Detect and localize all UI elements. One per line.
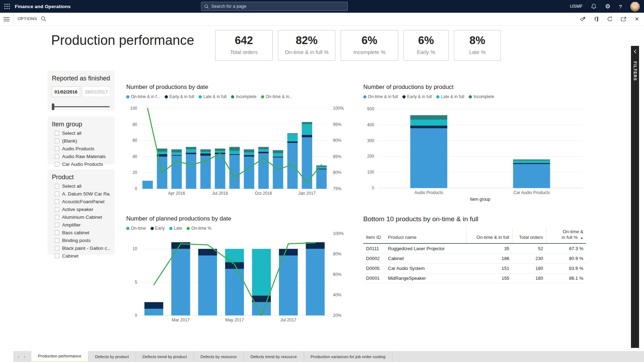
checkbox-option[interactable]: Binding posts — [52, 238, 110, 243]
slider-track[interactable] — [53, 106, 110, 107]
checkbox-option[interactable]: Audio Products — [52, 146, 110, 151]
checkbox-option[interactable]: Select all — [52, 131, 110, 136]
checkbox[interactable] — [55, 238, 59, 243]
checkbox-option[interactable]: A. Datum 50W Car Ra... — [52, 191, 110, 197]
toolbar-search-icon[interactable] — [41, 16, 46, 23]
bottom10-table[interactable]: Item IDProduct nameOn-time & in fullTota… — [363, 228, 586, 283]
chart-planned-productions: Number of planned productions by date On… — [126, 215, 348, 323]
column-header[interactable]: On-time & in full — [466, 228, 512, 243]
kpi-card[interactable]: 6%Incomplete % — [341, 30, 398, 61]
tab-scroll-arrows: ‹ › — [13, 351, 31, 362]
column-header[interactable]: Product name — [385, 228, 466, 243]
options-menu[interactable]: OPTIONS — [18, 17, 37, 21]
column-header[interactable]: On-time & in full %▲ — [546, 228, 586, 243]
legend-item[interactable]: On-time & in... — [261, 94, 293, 99]
slider-handle[interactable] — [52, 103, 54, 110]
start-date-input[interactable]: 01/02/2016 — [52, 86, 80, 97]
waffle-icon[interactable] — [4, 3, 11, 10]
sort-ascending-icon[interactable]: ▲ — [580, 236, 583, 240]
table-cell: 35 — [466, 243, 512, 254]
column-header[interactable]: Total orders — [512, 228, 546, 243]
checkbox-option[interactable]: Aluminium Cabinet — [52, 215, 110, 220]
checkbox[interactable] — [55, 246, 59, 251]
legend-item[interactable]: Late — [169, 226, 182, 231]
checkbox[interactable] — [55, 254, 59, 258]
report-tab-production-variances-for-job-order-costing[interactable]: Production variances for job order costi… — [304, 351, 393, 362]
table-row[interactable]: D0001MidRangeSpeaker15518086.1 % — [363, 273, 586, 283]
kpi-card[interactable]: 642Total orders — [215, 30, 273, 61]
checkbox[interactable] — [55, 215, 59, 219]
checkbox-option[interactable]: Amplifier — [52, 222, 110, 228]
planned-productions-chart[interactable]: 051020%40%60%80%100%Mar 2017May 2017Jul … — [126, 231, 348, 323]
legend-item[interactable]: Incomplete — [231, 94, 256, 99]
table-row[interactable]: D0002Cabinet18623080.9 % — [363, 253, 586, 263]
bell-icon[interactable] — [591, 4, 596, 9]
office-icon[interactable] — [594, 16, 599, 22]
legend-item[interactable]: On-time & in f... — [126, 94, 160, 99]
legend-item[interactable]: Early & in full — [165, 94, 194, 99]
legend-item[interactable]: On-time — [126, 226, 146, 231]
report-tab-defects-by-product[interactable]: Defects by product — [88, 351, 136, 362]
table-row[interactable]: D0111Ruggedized Laser Projector355267.3 … — [363, 243, 586, 254]
popout-icon[interactable] — [621, 17, 626, 22]
kpi-card[interactable]: 82%On-time & in full % — [278, 30, 335, 61]
checkbox-option[interactable]: AcousticFoamPanel — [52, 199, 110, 204]
legend-item[interactable]: Early — [151, 226, 165, 231]
checkbox-label: AcousticFoamPanel — [62, 199, 104, 204]
legend-item[interactable]: Late & in full — [199, 94, 226, 99]
chevron-left-icon[interactable] — [631, 46, 639, 54]
checkbox[interactable] — [55, 162, 59, 167]
checkbox-option[interactable]: Black paint - Gallon c... — [52, 246, 110, 251]
checkbox-option[interactable]: Bass cabinet — [52, 230, 110, 235]
help-icon[interactable]: ? — [619, 4, 622, 9]
report-tab-defects-trend-by-product[interactable]: Defects trend by product — [136, 351, 194, 362]
legend-item[interactable]: Late & in full — [436, 94, 464, 99]
kpi-card[interactable]: 6%Early % — [403, 30, 449, 61]
avatar[interactable] — [630, 2, 640, 11]
checkbox-option[interactable]: Car Audio Products — [52, 162, 110, 167]
report-tab-defects-by-resource[interactable]: Defects by resource — [194, 351, 244, 362]
gear-icon[interactable]: ⚙ — [605, 4, 610, 10]
checkbox[interactable] — [55, 131, 59, 135]
report-tab-production-performance[interactable]: Production performance — [31, 351, 89, 362]
checkbox-label: Amplifier — [62, 222, 81, 228]
table-cell: D0005 — [363, 263, 385, 273]
productions-by-product-chart[interactable]: 0100200300400500Audio ProductsCar Audio … — [363, 100, 587, 202]
checkbox[interactable] — [55, 146, 59, 151]
end-date-input[interactable]: 28/02/2017 — [82, 86, 110, 97]
checkbox[interactable] — [55, 230, 59, 235]
checkbox[interactable] — [55, 139, 59, 143]
tab-scroll-right-icon[interactable]: › — [24, 354, 25, 359]
close-icon[interactable]: ✕ — [634, 16, 639, 22]
column-header[interactable]: Item ID — [363, 228, 385, 243]
legend-item[interactable]: Early & in full — [402, 94, 432, 99]
checkbox-option[interactable]: Cabinet — [52, 253, 110, 259]
tab-scroll-left-icon[interactable]: ‹ — [18, 354, 19, 359]
legend-item[interactable]: On-time % — [187, 226, 211, 231]
checkbox[interactable] — [55, 192, 59, 196]
kpi-card[interactable]: 8%Late % — [454, 30, 501, 61]
checkbox[interactable] — [55, 207, 59, 212]
personalize-icon[interactable] — [580, 17, 586, 22]
productions-by-date-chart[interactable]: 02040608010075%80%85%90%95%100%Apr 2016J… — [126, 100, 348, 197]
item-group-list: Select all(Blank)Audio ProductsAudio Raw… — [52, 131, 110, 167]
filters-panel-collapsed[interactable]: FILTERS — [631, 46, 639, 348]
date-range-slider[interactable] — [52, 103, 110, 110]
checkbox-option[interactable]: Select all — [52, 183, 110, 189]
legend-item[interactable]: Incomplete — [469, 94, 494, 99]
legend-item[interactable]: On-time & in full — [363, 94, 398, 99]
refresh-icon[interactable] — [607, 16, 613, 22]
company-picker[interactable]: USMF — [570, 4, 583, 9]
hamburger-icon[interactable] — [4, 17, 10, 23]
checkbox-option[interactable]: (Blank) — [52, 138, 110, 144]
checkbox[interactable] — [55, 184, 59, 188]
table-row[interactable]: D0005Car Audio System15118083.9 % — [363, 263, 586, 273]
search-input[interactable]: Search for a page — [201, 2, 348, 11]
checkbox-label: Black paint - Gallon c... — [62, 246, 110, 251]
checkbox[interactable] — [55, 154, 59, 159]
checkbox[interactable] — [55, 199, 59, 204]
checkbox-option[interactable]: Audio Raw Materials — [52, 154, 110, 159]
checkbox-option[interactable]: Active speaker — [52, 207, 110, 212]
checkbox[interactable] — [55, 223, 59, 227]
report-tab-defects-trend-by-resource[interactable]: Defects trend by resource — [244, 351, 304, 362]
